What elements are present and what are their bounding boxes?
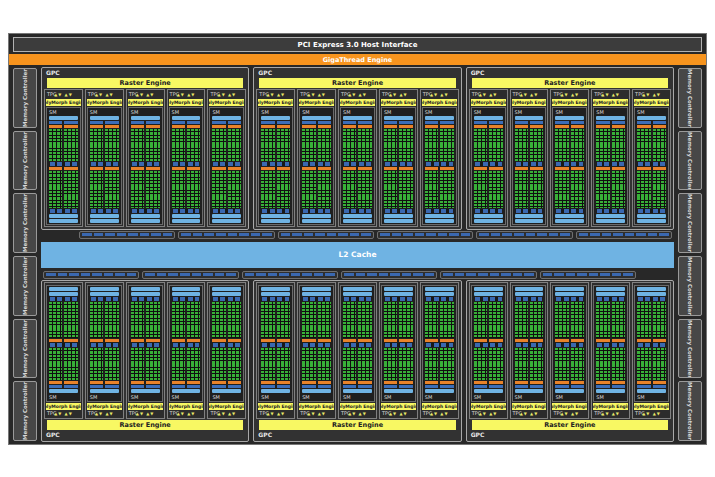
texture-cache-bar <box>172 219 201 223</box>
instruction-buffer-bar <box>440 121 453 124</box>
tpc-block: SMPolyMorph EngineTPC▲▼ ▲▼ <box>338 282 377 420</box>
memory-controller-label: Memory Controller <box>687 382 693 440</box>
sm-partition <box>90 302 103 342</box>
register-dash-row <box>426 162 453 166</box>
core-grid <box>555 348 568 380</box>
tpc-block: SMPolyMorph EngineTPC▲▼ ▲▼ <box>379 282 418 420</box>
texture-cache-bar <box>212 219 241 223</box>
instruction-cache-bar <box>131 389 160 393</box>
warp-scheduler-bar <box>399 381 412 384</box>
core-grid <box>399 171 412 207</box>
crossbar-segment <box>104 273 114 276</box>
updown-arrows-icon: ▲▼ ▲▼ <box>54 410 73 417</box>
crossbar-segment <box>625 233 635 236</box>
sm-partition <box>612 167 625 207</box>
instruction-buffer-bar <box>302 385 315 388</box>
core-grid <box>90 302 103 338</box>
sm-label: SM <box>260 394 291 400</box>
warp-scheduler-bar <box>612 167 625 170</box>
warp-scheduler-bar <box>399 339 412 342</box>
sm-partition <box>172 348 185 388</box>
texture-cache-bar <box>515 287 544 291</box>
crossbar-segment <box>193 233 203 236</box>
texture-cache-bar <box>515 219 544 223</box>
register-dash-row <box>91 209 118 213</box>
crossbar-segment <box>415 233 425 236</box>
tpc-header: TPC▲▼ ▲▼ <box>128 410 163 417</box>
crossbar-segment <box>648 233 658 236</box>
texture-cache-bar <box>131 214 160 218</box>
instruction-cache-bar <box>474 116 503 120</box>
tpc-header: TPC▲▼ ▲▼ <box>87 410 122 417</box>
register-dash-row <box>91 343 118 347</box>
warp-scheduler-bar <box>358 381 371 384</box>
register-dash-row <box>50 162 77 166</box>
warp-scheduler-bar <box>515 381 528 384</box>
core-grid <box>343 171 356 207</box>
core-grid <box>49 302 62 338</box>
crossbar-segment <box>81 273 91 276</box>
texture-cache-bar <box>302 287 331 291</box>
sm-partition <box>358 167 371 207</box>
tpc-block: SMPolyMorph EngineTPC▲▼ ▲▼ <box>85 282 124 420</box>
texture-cache-bar <box>131 219 160 223</box>
instruction-buffer-bar <box>596 121 609 124</box>
texture-cache-bar <box>343 287 372 291</box>
register-dash-row <box>597 343 624 347</box>
instruction-buffer-bar <box>146 385 159 388</box>
sm-partition <box>212 348 225 388</box>
instruction-buffer-bar <box>358 121 371 124</box>
crossbar-segment <box>356 273 366 276</box>
crossbar-group <box>142 271 238 279</box>
core-grid <box>343 348 356 380</box>
texture-cache-bar <box>637 219 666 223</box>
sm-block: SM <box>552 285 587 403</box>
tpc-block: TPC▲▼ ▲▼PolyMorph EngineSM <box>632 89 671 227</box>
sm-partition <box>530 167 543 207</box>
sm-half <box>515 348 544 388</box>
register-dash-row <box>262 297 289 301</box>
instruction-buffer-bar <box>105 121 118 124</box>
sm-half <box>596 167 625 207</box>
updown-arrows-icon: ▲▼ ▲▼ <box>642 410 661 417</box>
crossbar-segment <box>392 233 402 236</box>
texture-cache-bar <box>596 219 625 223</box>
register-dash-row <box>344 209 371 213</box>
instruction-buffer-bar <box>425 385 438 388</box>
crossbar-segment <box>226 273 236 276</box>
crossbar-segment <box>490 273 500 276</box>
crossbar-group <box>43 271 139 279</box>
texture-cache-bar <box>384 219 413 223</box>
warp-scheduler-bar <box>302 125 315 128</box>
tpc-header: TPC▲▼ ▲▼ <box>299 91 334 98</box>
memory-controller-bar: Memory Controller <box>678 68 702 128</box>
gigathread-engine-bar: GigaThread Engine <box>9 54 706 65</box>
warp-scheduler-bar <box>277 381 290 384</box>
sm-half <box>425 167 454 207</box>
instruction-cache-bar <box>302 116 331 120</box>
crossbar-segment <box>302 273 312 276</box>
crossbar-segment <box>245 273 255 276</box>
core-grid <box>146 129 159 161</box>
core-grid <box>64 302 77 338</box>
crossbar-segment <box>192 273 202 276</box>
updown-arrows-icon: ▲▼ ▲▼ <box>218 91 237 98</box>
sm-half <box>90 302 119 342</box>
register-dash-row <box>344 297 371 301</box>
updown-arrows-icon: ▲▼ ▲▼ <box>348 91 367 98</box>
sm-half <box>343 302 372 342</box>
crossbar-segment <box>262 233 272 236</box>
instruction-buffer-bar <box>277 385 290 388</box>
warp-scheduler-bar <box>172 167 185 170</box>
memory-controller-column-right: Memory ControllerMemory ControllerMemory… <box>678 67 702 442</box>
sm-half <box>343 121 372 161</box>
register-dash-row <box>132 297 159 301</box>
warp-scheduler-bar <box>555 125 568 128</box>
register-dash-row <box>638 343 665 347</box>
sm-partition <box>131 121 144 161</box>
sm-block: SM <box>471 285 506 403</box>
instruction-buffer-bar <box>212 385 225 388</box>
sm-label: SM <box>301 109 332 115</box>
core-grid <box>440 129 453 161</box>
core-grid <box>612 348 625 380</box>
